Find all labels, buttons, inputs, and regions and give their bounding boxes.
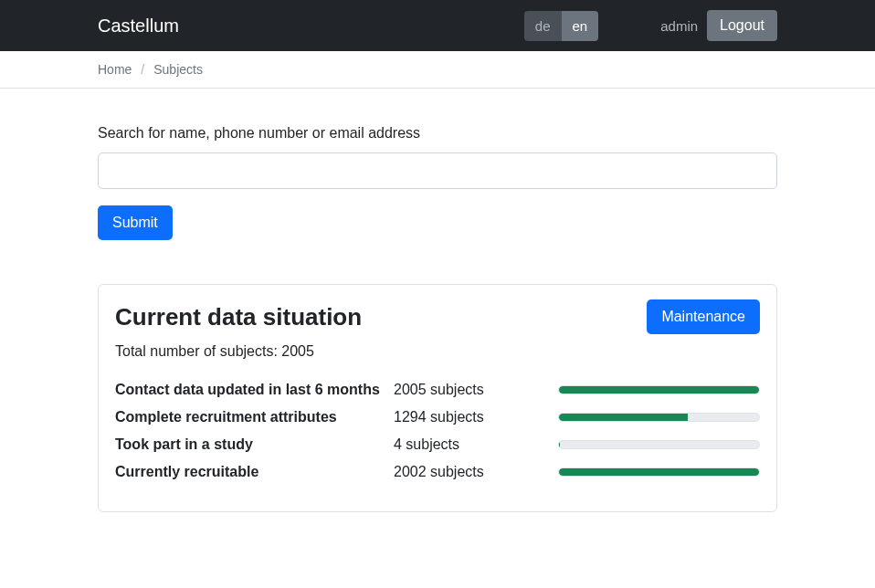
user-label: admin bbox=[660, 18, 698, 34]
search-input[interactable] bbox=[98, 152, 777, 189]
breadcrumb-subjects[interactable]: Subjects bbox=[153, 62, 203, 77]
stat-value: 2002 subjects bbox=[394, 464, 558, 480]
breadcrumb-home[interactable]: Home bbox=[98, 62, 132, 77]
stat-label: Currently recruitable bbox=[115, 464, 394, 480]
submit-button[interactable]: Submit bbox=[98, 205, 173, 240]
search-label: Search for name, phone number or email a… bbox=[98, 125, 777, 142]
stat-value: 2005 subjects bbox=[394, 382, 558, 398]
lang-en-button[interactable]: en bbox=[562, 11, 599, 41]
stat-row-took-part-study: Took part in a study 4 subjects bbox=[115, 431, 760, 458]
lang-de-button[interactable]: de bbox=[524, 11, 562, 41]
brand-title[interactable]: Castellum bbox=[98, 16, 179, 37]
breadcrumb-separator: / bbox=[141, 62, 144, 77]
progress-bar bbox=[558, 467, 760, 477]
stat-value: 1294 subjects bbox=[394, 409, 558, 425]
stat-label: Contact data updated in last 6 months bbox=[115, 382, 394, 398]
progress-bar bbox=[558, 440, 760, 449]
progress-bar bbox=[558, 413, 760, 422]
stat-label: Took part in a study bbox=[115, 436, 394, 453]
data-situation-card: Current data situation Maintenance Total… bbox=[98, 284, 777, 512]
language-toggle: de en bbox=[524, 11, 598, 41]
logout-button[interactable]: Logout bbox=[707, 10, 777, 41]
navbar: Castellum de en admin Logout bbox=[0, 0, 875, 51]
stat-row-contact-updated: Contact data updated in last 6 months 20… bbox=[115, 376, 760, 404]
progress-fill bbox=[559, 386, 759, 394]
maintenance-button[interactable]: Maintenance bbox=[647, 299, 760, 334]
progress-fill bbox=[559, 414, 688, 421]
stat-value: 4 subjects bbox=[394, 436, 558, 453]
stat-row-recruitment-attributes: Complete recruitment attributes 1294 sub… bbox=[115, 404, 760, 431]
total-subjects: Total number of subjects: 2005 bbox=[115, 343, 760, 360]
stat-label: Complete recruitment attributes bbox=[115, 409, 394, 425]
card-title: Current data situation bbox=[115, 303, 362, 331]
progress-fill bbox=[559, 468, 759, 476]
breadcrumb: Home / Subjects bbox=[0, 51, 875, 89]
progress-bar bbox=[558, 385, 760, 394]
stat-row-currently-recruitable: Currently recruitable 2002 subjects bbox=[115, 458, 760, 486]
